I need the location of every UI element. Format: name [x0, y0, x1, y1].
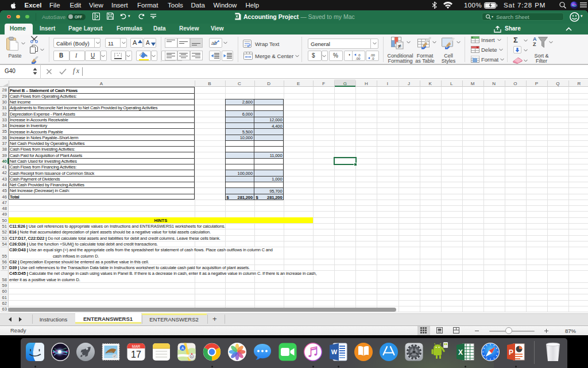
svg-text:.00: .00 — [355, 56, 361, 60]
svg-text:A: A — [181, 346, 184, 350]
svg-text:X: X — [458, 348, 462, 356]
svg-text:.0: .0 — [372, 56, 375, 60]
svg-text:3D: 3D — [190, 355, 193, 358]
svg-text:MAR: MAR — [132, 344, 141, 348]
svg-text:P: P — [509, 348, 513, 356]
svg-text:≠: ≠ — [398, 43, 401, 49]
svg-text:↔: ↔ — [471, 56, 474, 59]
svg-text:W: W — [331, 348, 338, 355]
svg-text:17: 17 — [131, 350, 141, 359]
